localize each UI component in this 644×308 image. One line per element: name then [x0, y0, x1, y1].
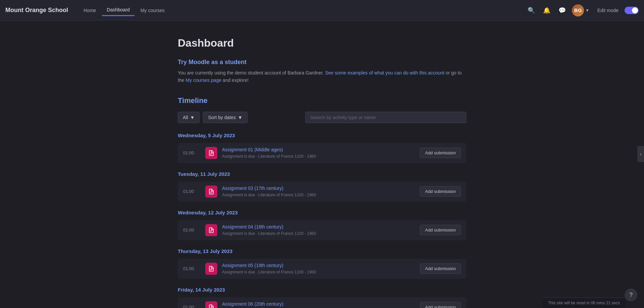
nav-home[interactable]: Home — [79, 5, 101, 16]
brand-name: Mount Orange School — [5, 7, 68, 14]
date-group-fri-14-july: Friday, 14 July 2023 01:00 Assignment 06… — [178, 287, 466, 308]
table-row: 01:00 Assignment 06 (20th century) Assig… — [178, 297, 466, 308]
nav-links: Home Dashboard My courses — [79, 4, 526, 16]
nav-my-courses[interactable]: My courses — [136, 5, 169, 16]
add-submission-button[interactable]: Add submission — [420, 263, 461, 274]
time-label: 01:00 — [183, 189, 201, 194]
timeline-section: Timeline All ▼ Sort by dates ▼ Wednesday… — [178, 96, 466, 308]
assignment-info: Assignment 05 (19th century) Assignment … — [222, 263, 415, 274]
date-label-thu-13-july: Thursday, 13 July 2023 — [178, 248, 466, 255]
date-label-fri-14-july: Friday, 14 July 2023 — [178, 287, 466, 294]
date-group-wed-5-july: Wednesday, 5 July 2023 01:00 Assignment … — [178, 133, 466, 163]
date-group-wed-12-july: Wednesday, 12 July 2023 01:00 Assignment… — [178, 210, 466, 240]
avatar-dropdown[interactable]: BG ▼ — [572, 4, 589, 16]
assignment-name[interactable]: Assignment 06 (20th century) — [222, 301, 415, 307]
sidebar-toggle-button[interactable]: ‹ — [637, 146, 644, 162]
sort-by-dates-chevron-icon: ▼ — [238, 115, 243, 120]
navbar-actions: 🔍 🔔 💬 BG ▼ Edit mode — [526, 4, 639, 16]
assignment-icon — [205, 301, 217, 308]
date-label-tue-11-july: Tuesday, 11 July 2023 — [178, 171, 466, 178]
search-button[interactable]: 🔍 — [526, 5, 537, 15]
add-submission-button[interactable]: Add submission — [420, 148, 461, 158]
add-submission-button[interactable]: Add submission — [420, 225, 461, 235]
main-content: Dashboard Try Moodle as a student You ar… — [171, 21, 473, 308]
assignment-info: Assignment 04 (18th century) Assignment … — [222, 224, 415, 236]
table-row: 01:00 Assignment 05 (19th century) Assig… — [178, 259, 466, 279]
date-group-tue-11-july: Tuesday, 11 July 2023 01:00 Assignment 0… — [178, 171, 466, 202]
reset-notice-text: This site will be reset in 08 mins 21 se… — [548, 301, 620, 305]
all-filter-dropdown[interactable]: All ▼ — [178, 112, 200, 123]
assignment-meta: Assignment is due · Literature of France… — [222, 231, 316, 236]
date-label-wed-5-july: Wednesday, 5 July 2023 — [178, 133, 466, 140]
reset-notice: This site will be reset in 08 mins 21 se… — [543, 298, 625, 308]
date-label-wed-12-july: Wednesday, 12 July 2023 — [178, 210, 466, 217]
assignment-name[interactable]: Assignment 01 (Middle ages) — [222, 147, 415, 152]
sort-by-dates-dropdown[interactable]: Sort by dates ▼ — [203, 112, 247, 123]
assignment-info: Assignment 01 (Middle ages) Assignment i… — [222, 147, 415, 159]
navbar: Mount Orange School Home Dashboard My co… — [0, 0, 644, 21]
time-label: 01:00 — [183, 305, 201, 308]
search-input[interactable] — [305, 112, 466, 123]
timeline-heading: Timeline — [178, 96, 466, 105]
assignment-meta: Assignment is due · Literature of France… — [222, 270, 316, 274]
assignment-icon — [205, 186, 217, 198]
add-submission-button[interactable]: Add submission — [420, 302, 461, 308]
see-examples-link[interactable]: See some examples of what you can do wit… — [325, 70, 444, 75]
table-row: 01:00 Assignment 01 (Middle ages) Assign… — [178, 143, 466, 163]
nav-dashboard[interactable]: Dashboard — [102, 4, 135, 16]
assignment-name[interactable]: Assignment 04 (18th century) — [222, 224, 415, 229]
page-title: Dashboard — [178, 37, 466, 49]
time-label: 01:00 — [183, 227, 201, 233]
assignment-icon — [205, 224, 217, 236]
all-filter-chevron-icon: ▼ — [190, 115, 195, 120]
messages-button[interactable]: 💬 — [556, 5, 568, 15]
time-label: 01:00 — [183, 150, 201, 155]
assignment-name[interactable]: Assignment 03 (17th century) — [222, 186, 415, 191]
timeline-controls: All ▼ Sort by dates ▼ — [178, 112, 466, 123]
all-filter-label: All — [183, 115, 188, 120]
try-moodle-text: You are currently using the demo student… — [178, 69, 466, 84]
my-courses-link[interactable]: My courses page — [185, 78, 221, 83]
assignment-icon — [205, 147, 217, 159]
assignment-info: Assignment 06 (20th century) Assignment … — [222, 301, 415, 308]
table-row: 01:00 Assignment 03 (17th century) Assig… — [178, 182, 466, 202]
avatar: BG — [572, 4, 584, 16]
assignment-meta: Assignment is due · Literature of France… — [222, 193, 316, 197]
table-row: 01:00 Assignment 04 (18th century) Assig… — [178, 220, 466, 240]
edit-mode-label: Edit mode — [597, 8, 619, 13]
assignment-info: Assignment 03 (17th century) Assignment … — [222, 186, 415, 197]
assignment-icon — [205, 263, 217, 275]
try-moodle-section: Try Moodle as a student You are currentl… — [178, 59, 466, 84]
date-group-thu-13-july: Thursday, 13 July 2023 01:00 Assignment … — [178, 248, 466, 279]
toggle-slider — [625, 7, 639, 14]
time-label: 01:00 — [183, 266, 201, 271]
notifications-button[interactable]: 🔔 — [541, 5, 552, 15]
assignment-name[interactable]: Assignment 05 (19th century) — [222, 263, 415, 268]
sort-by-dates-label: Sort by dates — [208, 115, 236, 120]
add-submission-button[interactable]: Add submission — [420, 186, 461, 197]
assignment-meta: Assignment is due · Literature of France… — [222, 154, 316, 159]
help-button[interactable]: ? — [625, 289, 637, 301]
edit-mode-toggle[interactable] — [625, 7, 639, 14]
try-moodle-heading: Try Moodle as a student — [178, 59, 466, 66]
avatar-chevron-icon: ▼ — [585, 8, 589, 13]
